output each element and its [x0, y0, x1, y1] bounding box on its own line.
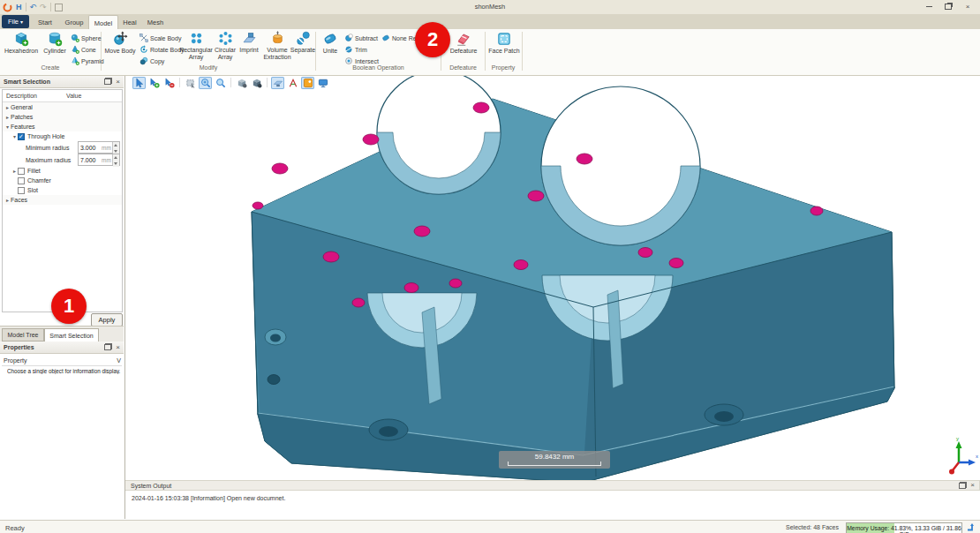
circular-array-button[interactable]: Circular Array: [212, 31, 238, 62]
tab-group[interactable]: Group: [60, 15, 88, 29]
select-add-tool[interactable]: [147, 77, 161, 89]
properties-header: Properties ×: [0, 342, 124, 354]
tree-row-max-radius: Maximum radius mm: [3, 154, 122, 166]
fillet-checkbox[interactable]: [18, 168, 25, 175]
through-hole-checkbox[interactable]: ✓: [18, 133, 25, 140]
move-body-button[interactable]: Move Body: [103, 31, 137, 55]
minimize-button[interactable]: [923, 3, 934, 11]
cursor-icon: [134, 78, 145, 88]
apply-button[interactable]: Apply: [91, 313, 123, 327]
tree-row-fillet[interactable]: ▸ Fillet: [3, 166, 122, 176]
axis-x-label: x: [976, 454, 978, 459]
tree-row-chamfer[interactable]: Chamfer: [3, 176, 122, 185]
subtract-button[interactable]: Subtract: [344, 33, 378, 43]
move-body-icon: [112, 31, 128, 47]
tab-smart-selection[interactable]: Smart Selection: [44, 328, 99, 342]
show-body-icon: [252, 78, 262, 88]
unite-button[interactable]: Unite: [318, 31, 343, 55]
float-panel-icon[interactable]: [959, 483, 966, 489]
bounding-box-tool[interactable]: [301, 77, 314, 89]
tab-model[interactable]: Model: [88, 15, 118, 30]
measure-tool[interactable]: [286, 77, 299, 89]
file-menu-button[interactable]: File ▾: [2, 15, 29, 28]
expand-icon[interactable]: ▸: [4, 104, 11, 110]
hide-body-tool[interactable]: [235, 77, 248, 89]
scale-body-icon: [139, 34, 148, 42]
group-label-create: Create: [0, 64, 101, 72]
show-body-tool[interactable]: [250, 77, 263, 89]
tree-header: Description Value: [3, 90, 122, 102]
expand-icon[interactable]: ▸: [11, 168, 18, 174]
undo-icon[interactable]: ↶: [30, 3, 37, 11]
face-patch-button[interactable]: Face Patch: [486, 31, 522, 55]
select-tool[interactable]: [132, 77, 146, 89]
annotation-step-2: 2: [415, 22, 450, 57]
hexahedron-button[interactable]: Hexahedron: [2, 31, 41, 55]
tab-model-tree[interactable]: Model Tree: [2, 328, 44, 342]
volume-extraction-button[interactable]: Volume Extraction: [261, 31, 293, 62]
scale-body-button[interactable]: Scale Body: [139, 33, 181, 43]
float-panel-icon[interactable]: [104, 79, 111, 85]
redo-icon[interactable]: ↷: [40, 3, 47, 11]
tree-row-faces[interactable]: ▸ Faces: [3, 195, 122, 205]
tab-heal[interactable]: Heal: [118, 15, 141, 29]
tree-row-general[interactable]: ▸ General: [3, 102, 122, 112]
tree-row-through-hole[interactable]: ▾ ✓ Through Hole: [3, 131, 122, 141]
cone-button[interactable]: Cone: [71, 44, 96, 55]
close-icon[interactable]: ×: [116, 79, 120, 86]
float-panel-icon[interactable]: [104, 344, 111, 350]
trim-icon: [344, 45, 353, 54]
imprint-button[interactable]: Imprint: [237, 31, 261, 54]
new-window-icon[interactable]: [55, 4, 63, 11]
tree-row-features[interactable]: ▾ Features: [3, 122, 122, 131]
viewport-toolbar: [132, 76, 329, 89]
rectangular-array-button[interactable]: Rectangular Array: [178, 31, 214, 62]
close-icon[interactable]: ×: [970, 482, 975, 489]
zoom-tool[interactable]: [214, 77, 227, 89]
section-view-tool[interactable]: [271, 77, 284, 89]
divider: [522, 32, 523, 71]
min-radius-stepper[interactable]: [112, 142, 119, 153]
zoom-window-tool[interactable]: [199, 77, 212, 89]
expand-icon[interactable]: ▸: [4, 197, 11, 203]
select-remove-tool[interactable]: [162, 77, 176, 89]
tree-row-min-radius: Minimum radius mm: [3, 141, 122, 154]
max-radius-stepper[interactable]: [112, 154, 119, 165]
ribbon-tab-row: File ▾ Start Group Model Heal Mesh: [0, 14, 980, 29]
tree-row-slot[interactable]: Slot: [3, 185, 122, 195]
system-output-log[interactable]: 2024-01-16 15:03:38 [Information] Open n…: [125, 491, 980, 511]
save-icon[interactable]: H: [16, 3, 22, 11]
sphere-button[interactable]: Sphere: [71, 33, 102, 43]
smart-selection-tree: Description Value ▸ General ▸ Patches ▾ …: [2, 89, 123, 312]
chamfer-checkbox[interactable]: [18, 177, 25, 184]
tree-row-patches[interactable]: ▸ Patches: [3, 112, 122, 122]
expand-icon[interactable]: ▸: [4, 114, 11, 120]
fit-view-tool[interactable]: [316, 77, 329, 89]
divider: [26, 3, 26, 11]
min-radius-input[interactable]: [79, 145, 102, 151]
separate-button[interactable]: Separate: [290, 31, 316, 54]
close-button[interactable]: ×: [962, 3, 973, 11]
column-description: Description: [6, 93, 66, 99]
expand-icon[interactable]: ▾: [11, 133, 18, 139]
slot-checkbox[interactable]: [18, 187, 25, 194]
annotation-step-1: 1: [51, 289, 87, 324]
box-select-tool[interactable]: [184, 77, 197, 89]
cylinder-icon: [47, 31, 63, 47]
rotate-body-button[interactable]: Rotate Body: [139, 44, 185, 55]
monitor-icon: [318, 78, 328, 88]
close-icon[interactable]: ×: [116, 344, 120, 351]
model-engine-block[interactable]: [125, 76, 980, 480]
unite-icon: [322, 31, 338, 47]
tab-mesh[interactable]: Mesh: [143, 15, 168, 29]
expand-icon[interactable]: ▾: [4, 124, 11, 130]
tab-start[interactable]: Start: [32, 15, 58, 29]
output-panel-icon[interactable]: [966, 522, 976, 532]
max-radius-input[interactable]: [79, 157, 102, 163]
viewport[interactable]: 59.8432 mm y x: [125, 76, 980, 480]
restore-button[interactable]: [943, 3, 954, 11]
trim-button[interactable]: Trim: [344, 44, 367, 55]
cursor-plus-icon: [149, 78, 160, 88]
cylinder-button[interactable]: Cylinder: [41, 31, 69, 55]
cursor-minus-icon: [164, 78, 175, 88]
